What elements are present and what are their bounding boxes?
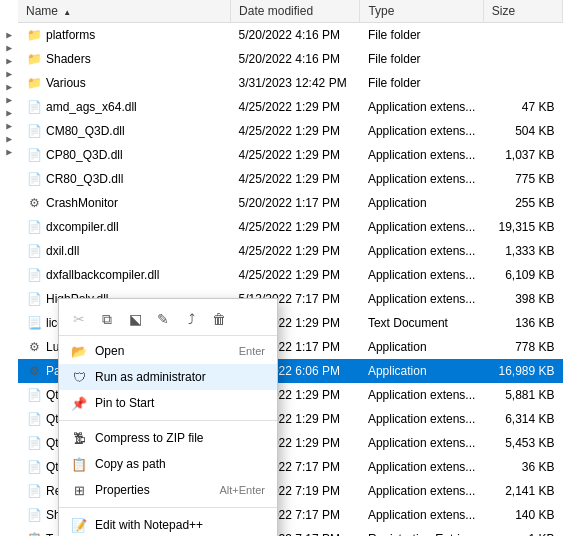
file-date-5: 4/25/2022 1:29 PM (231, 143, 360, 167)
copy-path-icon: 📋 (71, 456, 87, 472)
file-size-2 (483, 71, 562, 95)
file-type-15: Application extens... (360, 383, 483, 407)
file-type-12: Text Document (360, 311, 483, 335)
file-type-6: Application extens... (360, 167, 483, 191)
file-size-5: 1,037 KB (483, 143, 562, 167)
edit-notepad-icon: 📝 (71, 517, 87, 533)
open-icon: 📂 (71, 343, 87, 359)
file-icon-5: 📄 (26, 147, 42, 163)
file-type-18: Application extens... (360, 455, 483, 479)
file-icon-0: 📁 (26, 27, 42, 43)
file-size-3: 47 KB (483, 95, 562, 119)
col-size[interactable]: Size (483, 0, 562, 23)
table-row[interactable]: 📄 CR80_Q3D.dll 4/25/2022 1:29 PM Applica… (18, 167, 563, 191)
file-size-9: 1,333 KB (483, 239, 562, 263)
file-icon-19: 📄 (26, 483, 42, 499)
table-row[interactable]: 📄 dxfallbackcompiler.dll 4/25/2022 1:29 … (18, 263, 563, 287)
col-type[interactable]: Type (360, 0, 483, 23)
file-icon-20: 📄 (26, 507, 42, 523)
nav-arrow-10[interactable]: ▼ (4, 148, 15, 158)
table-row[interactable]: 📄 CM80_Q3D.dll 4/25/2022 1:29 PM Applica… (18, 119, 563, 143)
table-row[interactable]: 📁 Various 3/31/2023 12:42 PM File folder (18, 71, 563, 95)
open-label: Open (95, 344, 231, 358)
properties-icon: ⊞ (71, 482, 87, 498)
nav-arrow-8[interactable]: ▼ (4, 122, 15, 132)
delete-toolbar-icon[interactable]: 🗑 (207, 307, 231, 331)
file-icon-2: 📁 (26, 75, 42, 91)
file-icon-13: ⚙ (26, 339, 42, 355)
file-size-17: 5,453 KB (483, 431, 562, 455)
context-menu-properties[interactable]: ⊞ Properties Alt+Enter (59, 477, 277, 503)
file-icon-8: 📄 (26, 219, 42, 235)
file-date-8: 4/25/2022 1:29 PM (231, 215, 360, 239)
context-menu-run-as-admin[interactable]: 🛡 Run as administrator (59, 364, 277, 390)
file-date-1: 5/20/2022 4:16 PM (231, 47, 360, 71)
file-type-21: Registration Entries (360, 527, 483, 536)
file-name-10: dxfallbackcompiler.dll (46, 268, 159, 282)
nav-arrow-9[interactable]: ▼ (4, 135, 15, 145)
file-size-20: 140 KB (483, 503, 562, 527)
separator-1 (59, 420, 277, 421)
file-name-1: Shaders (46, 52, 91, 66)
properties-label: Properties (95, 483, 211, 497)
table-row[interactable]: 📁 Shaders 5/20/2022 4:16 PM File folder (18, 47, 563, 71)
open-shortcut: Enter (239, 345, 265, 357)
nav-arrow-4[interactable]: ▼ (4, 70, 15, 80)
table-row[interactable]: 📁 platforms 5/20/2022 4:16 PM File folde… (18, 23, 563, 48)
file-size-8: 19,315 KB (483, 215, 562, 239)
file-size-13: 778 KB (483, 335, 562, 359)
table-row[interactable]: 📄 CP80_Q3D.dll 4/25/2022 1:29 PM Applica… (18, 143, 563, 167)
nav-arrow-5[interactable]: ▼ (4, 83, 15, 93)
file-name-5: CP80_Q3D.dll (46, 148, 123, 162)
context-menu-pin-start[interactable]: 📌 Pin to Start (59, 390, 277, 416)
file-type-4: Application extens... (360, 119, 483, 143)
file-size-7: 255 KB (483, 191, 562, 215)
file-size-16: 6,314 KB (483, 407, 562, 431)
nav-arrow-7[interactable]: ▼ (4, 109, 15, 119)
file-icon-14: ⚙ (26, 363, 42, 379)
left-nav: ▼ ▼ ▼ ▼ ▼ ▼ ▼ ▼ ▼ ▼ (0, 0, 18, 536)
context-menu-edit-notepad[interactable]: 📝 Edit with Notepad++ (59, 512, 277, 536)
file-date-0: 5/20/2022 4:16 PM (231, 23, 360, 48)
nav-arrow-3[interactable]: ▼ (4, 57, 15, 67)
compress-zip-icon: 🗜 (71, 430, 87, 446)
file-date-4: 4/25/2022 1:29 PM (231, 119, 360, 143)
file-icon-21: 📋 (26, 531, 42, 536)
col-name[interactable]: Name ▲ (18, 0, 231, 23)
file-icon-12: 📃 (26, 315, 42, 331)
copy-path-label: Copy as path (95, 457, 265, 471)
table-row[interactable]: 📄 amd_ags_x64.dll 4/25/2022 1:29 PM Appl… (18, 95, 563, 119)
col-date[interactable]: Date modified (231, 0, 360, 23)
properties-shortcut: Alt+Enter (219, 484, 265, 496)
file-name-6: CR80_Q3D.dll (46, 172, 123, 186)
context-menu-compress-zip[interactable]: 🗜 Compress to ZIP file (59, 425, 277, 451)
file-date-2: 3/31/2023 12:42 PM (231, 71, 360, 95)
file-icon-10: 📄 (26, 267, 42, 283)
file-icon-4: 📄 (26, 123, 42, 139)
table-row[interactable]: 📄 dxcompiler.dll 4/25/2022 1:29 PM Appli… (18, 215, 563, 239)
nav-arrow-1[interactable]: ▼ (4, 31, 15, 41)
file-name-8: dxcompiler.dll (46, 220, 119, 234)
file-size-18: 36 KB (483, 455, 562, 479)
table-row[interactable]: ⚙ CrashMonitor 5/20/2022 1:17 PM Applica… (18, 191, 563, 215)
context-menu-copy-path[interactable]: 📋 Copy as path (59, 451, 277, 477)
file-size-15: 5,881 KB (483, 383, 562, 407)
edit-notepad-label: Edit with Notepad++ (95, 518, 265, 532)
nav-arrow-2[interactable]: ▼ (4, 44, 15, 54)
share-toolbar-icon[interactable]: ⤴ (179, 307, 203, 331)
copy-toolbar-icon[interactable]: ⧉ (95, 307, 119, 331)
file-icon-1: 📁 (26, 51, 42, 67)
table-row[interactable]: 📄 dxil.dll 4/25/2022 1:29 PM Application… (18, 239, 563, 263)
file-type-1: File folder (360, 47, 483, 71)
file-type-5: Application extens... (360, 143, 483, 167)
cut-icon[interactable]: ✂ (67, 307, 91, 331)
file-name-9: dxil.dll (46, 244, 79, 258)
paste-toolbar-icon[interactable]: ⬕ (123, 307, 147, 331)
rename-toolbar-icon[interactable]: ✎ (151, 307, 175, 331)
run-as-admin-icon: 🛡 (71, 369, 87, 385)
context-menu-open[interactable]: 📂 Open Enter (59, 338, 277, 364)
nav-arrow-6[interactable]: ▼ (4, 96, 15, 106)
separator-2 (59, 507, 277, 508)
file-icon-3: 📄 (26, 99, 42, 115)
file-size-10: 6,109 KB (483, 263, 562, 287)
